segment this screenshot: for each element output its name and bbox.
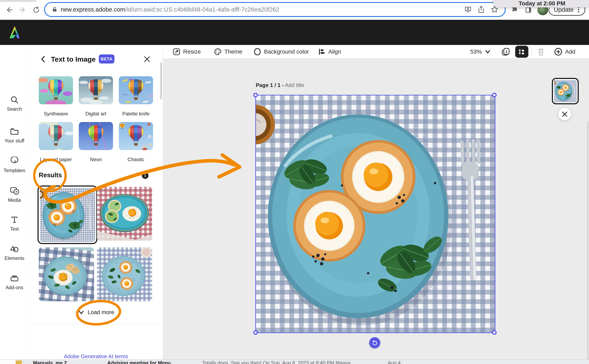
trash-icon <box>537 47 545 57</box>
page-thumbnail-selected[interactable] <box>552 78 579 104</box>
results-heading: Results <box>39 171 62 179</box>
email-date-fragment: Aug 4 <box>388 360 401 364</box>
chevron-down-icon <box>79 310 84 315</box>
reload-icon <box>32 6 40 14</box>
add-ons-icon <box>9 274 20 283</box>
email-snippet-fragment: Totally does. See you then! On Sun, Aug … <box>202 360 350 364</box>
style-thumb-synthwave[interactable] <box>39 76 73 104</box>
style-label: Chaotic <box>119 157 153 162</box>
generated-image-selected[interactable] <box>256 95 495 332</box>
chevron-down-icon <box>485 50 491 54</box>
style-thumb-palette-knife[interactable] <box>119 76 153 104</box>
sidebar-item-templates[interactable]: Templates <box>0 157 29 181</box>
search-icon <box>10 95 19 104</box>
style-label: Digital art <box>79 111 113 117</box>
sidebar-item-elements[interactable]: Elements <box>0 244 29 269</box>
workspace-scrollbar[interactable] <box>587 122 588 361</box>
selection-handle-top-left[interactable] <box>253 93 258 97</box>
selection-handle-top-right[interactable] <box>492 93 497 97</box>
background-color-button[interactable]: Background color <box>253 45 309 58</box>
browser-chrome: new.express.adobe.com/id/urn:aaid:sc:US:… <box>0 0 589 20</box>
canvas-toolbar: Resize Theme Background color Align 53% … <box>163 45 589 58</box>
browser-tab-sliver <box>0 0 37 2</box>
background-window-sliver: Manuals, me 2 Advising meeting for Menu … <box>0 359 589 364</box>
panel-beta-badge: BETA <box>99 54 114 64</box>
load-more-button[interactable]: Load more <box>79 309 114 316</box>
background-color-icon <box>253 48 262 56</box>
align-icon <box>318 48 326 56</box>
plus-circle-icon <box>554 47 563 56</box>
panel-back-button[interactable] <box>40 56 45 64</box>
layers-icon <box>518 48 526 56</box>
express-logo[interactable] <box>8 25 21 40</box>
panel-scrollbar[interactable] <box>160 62 162 99</box>
result-thumb-4[interactable] <box>97 247 152 301</box>
browser-forward-button[interactable] <box>17 5 28 15</box>
background-window-edge <box>0 360 16 364</box>
style-label: Synthwave <box>39 111 73 117</box>
page-label[interactable]: Page 1 / 1 - Add title <box>256 82 304 88</box>
add-page-button[interactable]: Add <box>554 45 575 58</box>
sidebar-item-your-stuff[interactable]: Your stuff <box>0 127 29 152</box>
duplicate-page-button[interactable]: 1 <box>501 45 510 58</box>
lock-icon <box>52 6 58 13</box>
templates-icon <box>9 157 20 166</box>
screen: new.express.adobe.com/id/urn:aaid:sc:US:… <box>0 0 589 364</box>
style-thumb-chaotic[interactable] <box>119 122 153 150</box>
panel-title: Text to Image <box>51 55 96 63</box>
result-thumb-3[interactable] <box>39 247 94 301</box>
selection-handle-bottom-left[interactable] <box>253 330 258 335</box>
email-subject-fragment: Advising meeting for Menu <box>107 360 171 364</box>
close-icon <box>562 111 568 117</box>
selection-handle-bottom-right[interactable] <box>492 330 497 335</box>
info-icon[interactable]: i <box>142 172 149 179</box>
chevron-left-icon <box>40 56 45 63</box>
browser-back-button[interactable] <box>4 5 14 15</box>
sidebar-item-add-ons[interactable]: Add-ons <box>0 274 29 299</box>
duplicate-page-icon: 1 <box>501 47 510 56</box>
theme-palette-icon <box>214 48 222 56</box>
svg-text:1: 1 <box>505 49 508 54</box>
result-thumb-1-selected[interactable] <box>38 186 97 244</box>
left-rail: Search Your stuff Templates Media Text E… <box>0 45 29 364</box>
back-arrow-icon <box>5 6 13 14</box>
panel-close-button[interactable] <box>144 56 151 64</box>
share-page-icon[interactable] <box>477 6 485 13</box>
layers-button-active[interactable] <box>515 46 528 58</box>
forward-arrow-icon <box>19 6 27 14</box>
install-app-icon[interactable] <box>464 6 472 13</box>
zoom-control[interactable]: 53% <box>470 45 491 58</box>
rotate-icon <box>371 339 378 346</box>
text-to-image-panel: Text to Image BETA Synthwave Digital art… <box>29 45 163 364</box>
folder-icon <box>10 127 19 136</box>
system-notification[interactable]: Today at 2:00 PM <box>493 0 589 7</box>
result-image-1 <box>40 188 95 242</box>
page-title-placeholder[interactable]: Add title <box>285 82 304 88</box>
deselect-close-button[interactable] <box>558 108 571 121</box>
theme-button[interactable]: Theme <box>214 45 242 58</box>
browser-reload-button[interactable] <box>31 5 42 15</box>
sidebar-item-text[interactable]: Text <box>0 215 29 240</box>
style-thumb-layered-paper[interactable] <box>39 122 73 150</box>
resize-icon <box>172 48 181 56</box>
rotate-handle[interactable] <box>369 337 380 348</box>
align-button[interactable]: Align <box>318 45 341 58</box>
page-thumbnail-image <box>554 80 577 102</box>
style-label: Neon <box>79 157 113 162</box>
style-thumb-digital-art[interactable] <box>79 76 113 104</box>
notification-time: Today at 2:00 PM <box>493 0 589 7</box>
close-icon <box>144 56 151 63</box>
resize-button[interactable]: Resize <box>172 45 201 58</box>
sidebar-item-media[interactable]: Media <box>0 186 29 211</box>
delete-button-disabled[interactable] <box>537 47 545 57</box>
email-sender-fragment: Manuals, me 2 <box>33 360 67 364</box>
style-label: Palette knife <box>119 111 153 117</box>
artboard <box>255 95 495 333</box>
text-icon <box>10 215 19 224</box>
generative-ai-terms-link[interactable]: Adobe Generative AI terms <box>29 353 163 360</box>
style-thumb-neon[interactable] <box>79 122 113 150</box>
browser-address-bar[interactable]: new.express.adobe.com/id/urn:aaid:sc:US:… <box>44 2 506 17</box>
media-icon <box>9 186 20 195</box>
sidebar-item-search[interactable]: Search <box>0 95 29 120</box>
result-thumb-2[interactable] <box>97 187 152 241</box>
